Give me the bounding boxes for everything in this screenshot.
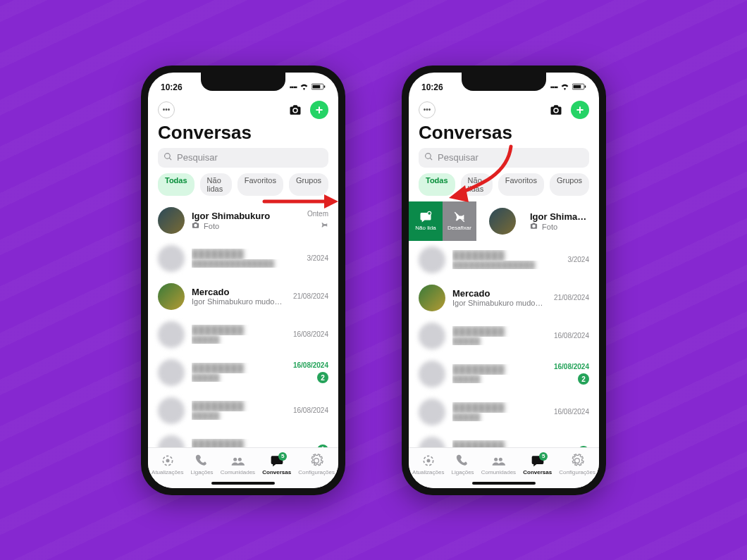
tab-atualizacoes[interactable]: Atualizações	[412, 454, 444, 475]
filter-todas[interactable]: Todas	[419, 173, 455, 196]
unread-badge: 2	[317, 372, 328, 383]
camera-button[interactable]	[288, 102, 303, 118]
swipe-unpin-button[interactable]: Desafixar	[443, 201, 476, 241]
chat-row[interactable]: Igor Shimabukuro Foto Ontem	[148, 201, 338, 239]
search-placeholder: Pesquisar	[438, 152, 479, 163]
tab-ligacoes[interactable]: Ligações	[452, 454, 474, 475]
svg-point-14	[426, 459, 430, 462]
notch	[462, 73, 546, 91]
filter-nao-lidas[interactable]: Não lidas	[200, 173, 232, 196]
tab-label: Atualizações	[152, 469, 183, 475]
chat-unread-icon	[419, 211, 432, 223]
more-button[interactable]: •••	[158, 101, 175, 118]
screen: 10:26 ▪▪▪▪ ••• + Conversas	[148, 73, 338, 488]
chat-preview: Foto	[530, 222, 589, 231]
tab-comunidades[interactable]: Comunidades	[221, 454, 255, 475]
avatar[interactable]	[158, 397, 185, 424]
filter-grupos[interactable]: Grupos	[550, 173, 589, 196]
chat-date: 16/08/2024	[293, 406, 328, 414]
filter-favoritos[interactable]: Favoritos	[237, 173, 283, 196]
tab-atualizacoes[interactable]: Atualizações	[152, 454, 183, 475]
avatar[interactable]	[489, 208, 516, 235]
phone-icon	[195, 454, 209, 468]
chat-row[interactable]: █████████████ 16/08/2024 2	[148, 354, 338, 392]
tab-label: Conversas	[523, 469, 552, 475]
filter-favoritos[interactable]: Favoritos	[498, 173, 544, 196]
tab-label: Comunidades	[481, 469, 516, 475]
more-button[interactable]: •••	[419, 101, 436, 118]
camera-button[interactable]	[548, 102, 564, 118]
chat-preview: ███████████████	[192, 259, 300, 268]
avatar[interactable]	[419, 323, 445, 349]
unpin-icon	[453, 211, 466, 223]
avatar[interactable]	[419, 437, 445, 447]
home-indicator[interactable]	[211, 482, 275, 485]
chat-row[interactable]: █████████████ 1	[409, 431, 599, 447]
tab-label: Ligações	[191, 469, 214, 475]
svg-point-4	[166, 459, 169, 462]
tab-conversas[interactable]: 5 Conversas	[523, 454, 552, 475]
chat-row[interactable]: █████████████ 16/08/2024 2	[409, 355, 599, 393]
tab-ligacoes[interactable]: Ligações	[191, 454, 214, 475]
chat-preview: Igor Shimabukuro mudou as configurações …	[192, 297, 286, 306]
chat-name: Igor Shimabukuro	[192, 211, 300, 221]
chat-row[interactable]: █████████████ 16/08/2024	[409, 393, 599, 431]
avatar[interactable]	[158, 359, 185, 386]
status-icon	[421, 454, 436, 468]
filter-grupos[interactable]: Grupos	[289, 173, 328, 196]
chat-date: 16/08/2024	[554, 408, 589, 416]
swipe-label: Desafixar	[447, 225, 471, 231]
chat-row[interactable]: █████████████ 16/08/2024	[148, 316, 338, 354]
chat-row[interactable]: Mercado Igor Shimabukuro mudou as config…	[409, 279, 599, 317]
tab-conversas[interactable]: 5 Conversas	[262, 454, 291, 475]
chat-row[interactable]: Mercado Igor Shimabukuro mudou as config…	[148, 278, 338, 316]
avatar[interactable]	[158, 435, 185, 447]
chat-preview: Foto	[192, 221, 300, 230]
status-icon	[161, 454, 175, 468]
status-time: 10:26	[161, 82, 183, 92]
chat-list[interactable]: Não lida Desafixar Igor Shimabukuro Foto	[409, 201, 599, 447]
pin-icon	[320, 220, 328, 230]
swipe-unread-button[interactable]: Não lida	[409, 201, 443, 241]
svg-rect-2	[324, 85, 326, 87]
notch	[201, 73, 285, 91]
avatar[interactable]	[158, 207, 185, 234]
search-input[interactable]: Pesquisar	[158, 148, 328, 168]
avatar[interactable]	[419, 361, 445, 387]
avatar[interactable]	[158, 283, 185, 310]
chat-date: 21/08/2024	[554, 294, 589, 301]
tab-configuracoes[interactable]: Configurações	[298, 454, 335, 475]
tab-configuracoes[interactable]: Configurações	[559, 454, 595, 475]
chat-row[interactable]: ███████████████████████ 3/2024	[409, 241, 599, 279]
settings-icon	[570, 454, 584, 468]
tab-comunidades[interactable]: Comunidades	[481, 454, 516, 475]
chat-row-swiped[interactable]: Não lida Desafixar Igor Shimabukuro Foto	[409, 201, 599, 241]
chat-row[interactable]: ████████ ███████████████ 3/2024	[148, 239, 338, 278]
battery-icon	[572, 82, 586, 92]
tab-label: Ligações	[452, 469, 474, 475]
avatar[interactable]	[419, 247, 445, 273]
topbar: ••• +	[148, 97, 338, 120]
chat-name: ████████	[192, 249, 300, 259]
chat-list[interactable]: Igor Shimabukuro Foto Ontem	[148, 201, 338, 447]
avatar[interactable]	[158, 245, 185, 272]
chat-date: 3/2024	[307, 254, 328, 262]
tab-label: Configurações	[559, 469, 595, 475]
home-indicator[interactable]	[472, 482, 536, 485]
tab-label: Comunidades	[221, 469, 255, 475]
chat-row[interactable]: █████████████ 16/08/2024	[148, 392, 338, 430]
filter-todas[interactable]: Todas	[158, 173, 195, 196]
chat-row[interactable]: █████████████ 1	[148, 430, 338, 447]
avatar[interactable]	[158, 321, 185, 348]
compose-button[interactable]: +	[571, 101, 589, 119]
filter-nao-lidas[interactable]: Não lidas	[461, 173, 493, 196]
page-title: Conversas	[409, 120, 599, 148]
wifi-icon	[560, 82, 569, 92]
chat-name: Mercado	[192, 287, 286, 297]
avatar[interactable]	[419, 285, 445, 311]
chat-row[interactable]: █████████████ 16/08/2024	[409, 317, 599, 355]
compose-button[interactable]: +	[310, 101, 328, 119]
search-input[interactable]: Pesquisar	[419, 148, 589, 168]
avatar[interactable]	[419, 399, 445, 425]
status-indicators: ▪▪▪▪	[550, 82, 586, 92]
